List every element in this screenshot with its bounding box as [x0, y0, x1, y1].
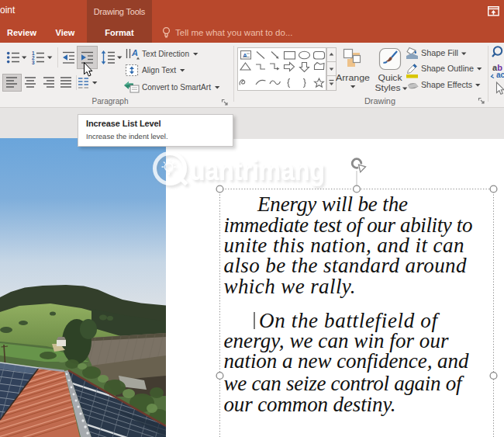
svg-text:also be the standard around: also be the standard around: [224, 254, 468, 277]
svg-text:nation a new confidence, and: nation a new confidence, and: [224, 349, 470, 373]
svg-text:which we rally.: which we rally.: [224, 275, 356, 298]
svg-text:we can seize control again of: we can seize control again of: [224, 372, 464, 395]
svg-text:our common destiny.: our common destiny.: [224, 393, 396, 416]
svg-text:Energy will be the: Energy will be the: [257, 192, 408, 216]
svg-text:unite this nation, and it can: unite this nation, and it can: [224, 234, 464, 257]
